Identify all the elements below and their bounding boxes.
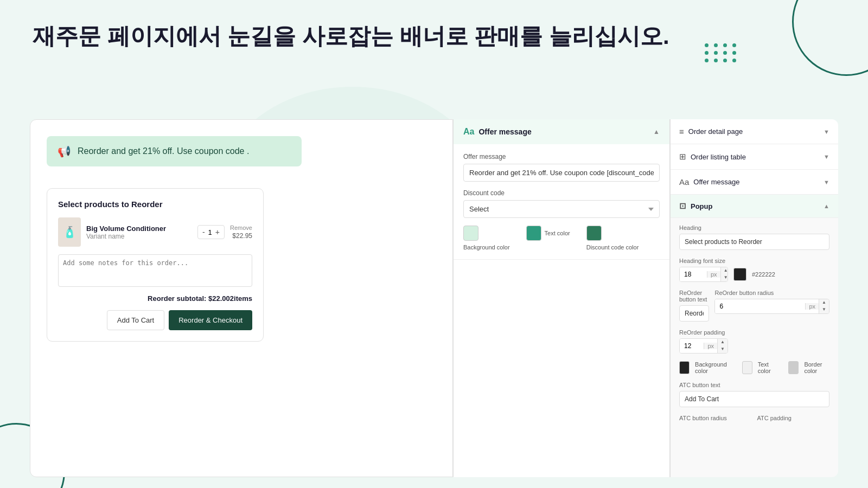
sidebar-item-left-order-listing: ⊞ Order listing table (679, 152, 746, 162)
reorder-padding-wrapper: px ▲ ▼ (679, 338, 728, 354)
offer-banner-text: Reorder and get 21% off. Use coupon code… (78, 146, 249, 156)
radius-down[interactable]: ▼ (819, 306, 829, 313)
subtotal-row: Reorder subtotal: $22.00 2items (58, 294, 252, 303)
order-detail-icon: ≡ (679, 127, 684, 136)
discount-code-label: Discount code (463, 189, 660, 197)
sidebar-item-order-detail-page[interactable]: ≡ Order detail page ▼ (671, 119, 838, 144)
background-color-swatch[interactable] (463, 226, 478, 241)
reorder-padding-stepper: ▲ ▼ (717, 339, 727, 353)
preview-area: 📢 Reorder and get 21% off. Use coupon co… (30, 119, 453, 477)
reorder-btn-radius-wrapper: px ▲ ▼ (714, 299, 829, 314)
popup-text-color-label: Text color (758, 361, 778, 374)
qty-increase-button[interactable]: + (215, 228, 220, 236)
font-size-down[interactable]: ▼ (721, 274, 728, 281)
popup-text-color-swatch[interactable] (742, 361, 752, 374)
discount-code-color-label: Discount code color (586, 244, 639, 251)
sidebar-item-label-offer-message: Offer message (693, 178, 739, 186)
bg-circle-right (792, 0, 868, 76)
popup-settings-header[interactable]: ⊡ Popup ▲ (671, 195, 838, 218)
order-listing-chevron: ▼ (824, 153, 829, 160)
megaphone-icon: 📢 (58, 145, 71, 158)
heading-text-color-swatch[interactable] (733, 268, 746, 281)
heading-text-color-label: #222222 (752, 271, 775, 278)
offer-message-icon: Aa (463, 127, 474, 137)
heading-field-row: Heading (679, 224, 829, 250)
product-remove[interactable]: Remove (230, 224, 252, 231)
reorder-btn-radius-input[interactable] (715, 299, 805, 313)
add-to-cart-button[interactable]: Add To Cart (107, 310, 164, 330)
reorder-padding-label: ReOrder padding (679, 329, 829, 336)
bg-dots (705, 43, 738, 62)
offer-message-section: Aa Offer message ▲ Offer message Discoun… (454, 119, 669, 260)
text-color-label: Text color (545, 230, 570, 236)
reorder-btn-radius-label: ReOrder button radius (714, 290, 829, 296)
offer-message-sidebar-icon: Aa (679, 177, 689, 187)
heading-field-label: Heading (679, 224, 829, 231)
reorder-btn-text-input[interactable] (679, 305, 709, 322)
offer-message-input[interactable] (463, 164, 660, 182)
sidebar-item-offer-message[interactable]: Aa Offer message ▼ (671, 170, 838, 195)
sidebar-item-order-listing-table[interactable]: ⊞ Order listing table ▼ (671, 144, 838, 170)
page-title: 재주문 페이지에서 눈길을 사로잡는 배너로 판매를 늘리십시오. (33, 22, 669, 52)
padding-up[interactable]: ▲ (718, 339, 727, 346)
atc-padding-col: ATC padding (757, 415, 830, 424)
offer-banner: 📢 Reorder and get 21% off. Use coupon co… (47, 136, 302, 166)
offer-message-header-left: Aa Offer message (463, 127, 532, 137)
popup-product-row: 🧴 Big Volume Conditioner Variant name - … (58, 217, 252, 247)
offer-message-body: Offer message Discount code Select Backg… (454, 144, 669, 259)
product-name: Big Volume Conditioner (86, 224, 192, 233)
popup-chevron-up: ▲ (824, 203, 829, 209)
heading-input[interactable] (679, 234, 829, 250)
popup-body-section: Heading Heading font size px ▲ ▼ #222222 (671, 218, 838, 438)
heading-font-size-input[interactable] (680, 267, 707, 281)
popup-settings-header-left: ⊡ Popup (679, 201, 712, 211)
sidebar-item-left-offer-message: Aa Offer message (679, 177, 739, 187)
sidebar-item-left-order-detail: ≡ Order detail page (679, 127, 743, 136)
discount-code-color-swatch[interactable] (586, 226, 602, 241)
offer-message-sidebar-chevron: ▼ (824, 179, 829, 185)
reorder-radius-stepper: ▲ ▼ (819, 299, 829, 313)
font-size-up[interactable]: ▲ (721, 267, 728, 274)
product-info: Big Volume Conditioner Variant name (86, 224, 192, 240)
popup-actions: Add To Cart Reorder & Checkout (58, 310, 252, 330)
popup-border-color-swatch[interactable] (788, 361, 799, 374)
qty-decrease-button[interactable]: - (202, 228, 205, 236)
text-color-item: Text color (526, 226, 570, 241)
product-image: 🧴 (58, 217, 81, 247)
product-variant: Variant name (86, 233, 192, 240)
product-qty-control[interactable]: - 1 + (197, 225, 225, 239)
popup-card-title: Select products to Reorder (58, 200, 252, 209)
heading-font-size-stepper: ▲ ▼ (720, 267, 728, 281)
reorder-btn-radius-unit: px (805, 303, 819, 310)
subtotal-items: 2items (230, 294, 252, 303)
settings-panel: Aa Offer message ▲ Offer message Discoun… (453, 119, 670, 477)
atc-button-radius-label: ATC button radius (679, 415, 752, 421)
padding-down[interactable]: ▼ (718, 346, 727, 353)
reorder-btn-radius-col: ReOrder button radius px ▲ ▼ (714, 290, 829, 322)
popup-bg-color-swatch[interactable] (679, 361, 690, 374)
reorder-checkout-button[interactable]: Reorder & Checkout (169, 310, 252, 330)
order-detail-chevron: ▼ (824, 129, 829, 135)
reorder-padding-unit: px (704, 343, 717, 349)
reorder-padding-input[interactable] (680, 339, 704, 353)
radius-up[interactable]: ▲ (819, 299, 829, 306)
heading-font-size-label: Heading font size (679, 258, 829, 264)
order-notes-textarea[interactable] (58, 254, 252, 287)
offer-message-label: Offer message (463, 153, 660, 160)
discount-code-select[interactable]: Select (463, 200, 660, 218)
order-listing-icon: ⊞ (679, 152, 686, 162)
background-color-label: Background color (463, 244, 510, 251)
atc-button-text-input[interactable] (679, 391, 829, 407)
atc-radius-col: ATC button radius (679, 415, 752, 424)
offer-message-section-header[interactable]: Aa Offer message ▲ (454, 119, 669, 144)
discount-code-color-item: Discount code color (586, 226, 639, 251)
popup-preview-card: Select products to Reorder 🧴 Big Volume … (47, 188, 264, 342)
text-color-swatch[interactable] (526, 226, 541, 241)
offer-message-header-label: Offer message (478, 127, 531, 136)
popup-label: Popup (691, 202, 712, 210)
atc-button-text-label: ATC button text (679, 382, 829, 388)
heading-font-size-input-wrapper: px ▲ ▼ (679, 267, 728, 282)
main-container: 📢 Reorder and get 21% off. Use coupon co… (30, 119, 838, 477)
atc-padding-label: ATC padding (757, 415, 830, 421)
atc-radius-padding-row: ATC button radius ATC padding (679, 415, 829, 424)
